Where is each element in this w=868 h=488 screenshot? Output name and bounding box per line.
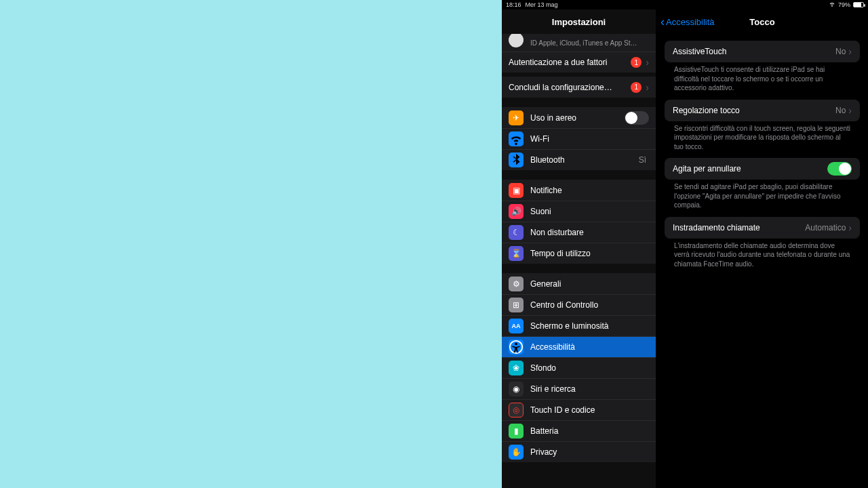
badge: 1 <box>631 57 642 68</box>
sidebar-item-general[interactable]: ⚙ Generali <box>502 273 656 294</box>
sidebar-item-siri[interactable]: ◉ Siri e ricerca <box>502 378 656 399</box>
sidebar-item-two-factor[interactable]: Autenticazione a due fattori 1 › <box>502 52 656 73</box>
settings-sidebar: Impostazioni ID Apple, iCloud, iTunes e … <box>502 9 656 488</box>
back-label: Accessibilità <box>666 17 715 27</box>
note-call-routing: L'instradamento delle chiamate audio det… <box>665 239 860 269</box>
gear-icon: ⚙ <box>509 277 524 291</box>
battery-pct: 79% <box>838 1 850 8</box>
wifi-icon <box>829 1 835 9</box>
chevron-right-icon: › <box>646 82 649 93</box>
back-button[interactable]: ‹ Accessibilità <box>660 9 715 34</box>
control-center-icon: ⊞ <box>509 298 524 312</box>
sidebar-item-control-center[interactable]: ⊞ Centro di Controllo <box>502 294 656 315</box>
badge: 1 <box>631 82 642 93</box>
sidebar-item-finish-setup[interactable]: Concludi la configurazione… 1 › <box>502 77 656 98</box>
sounds-icon: 🔊 <box>509 204 524 219</box>
sidebar-item-appleid[interactable]: ID Apple, iCloud, iTunes e App St… <box>502 34 656 52</box>
siri-icon: ◉ <box>509 382 524 396</box>
battery-icon: ▮ <box>509 424 524 439</box>
sidebar-item-bluetooth[interactable]: Bluetooth Sì <box>502 149 656 170</box>
note-assistive-touch: AssistiveTouch ti consente di utilizzare… <box>665 62 860 93</box>
chevron-left-icon: ‹ <box>660 16 665 28</box>
shake-to-undo-toggle[interactable] <box>827 162 852 176</box>
sidebar-item-dnd[interactable]: ☾ Non disturbare <box>502 222 656 243</box>
avatar <box>509 34 524 47</box>
sidebar-item-wifi[interactable]: Wi-Fi <box>502 128 656 149</box>
battery-icon <box>853 2 864 7</box>
bluetooth-icon <box>509 152 524 167</box>
detail-title: Tocco <box>749 17 774 27</box>
detail-pane: ‹ Accessibilità Tocco AssistiveTouch No … <box>656 9 868 488</box>
sidebar-item-touchid[interactable]: ◎ Touch ID e codice <box>502 399 656 420</box>
status-date: Mer 13 mag <box>526 1 558 8</box>
ipad-settings-window: 18:16 Mer 13 mag 79% Impostazioni ID App… <box>502 0 868 488</box>
sidebar-item-screentime[interactable]: ⌛ Tempo di utilizzo <box>502 243 656 264</box>
sidebar-item-accessibility[interactable]: Accessibilità <box>502 336 656 357</box>
note-touch-accommodations: Se riscontri difficoltà con il touch scr… <box>665 121 860 152</box>
sidebar-title: Impostazioni <box>502 9 656 34</box>
hourglass-icon: ⌛ <box>509 246 524 261</box>
chevron-right-icon: › <box>848 105 852 116</box>
sidebar-item-airplane[interactable]: ✈ Uso in aereo <box>502 107 656 128</box>
display-icon: AA <box>509 319 524 333</box>
svg-point-1 <box>515 343 517 346</box>
sidebar-item-sounds[interactable]: 🔊 Suoni <box>502 201 656 222</box>
status-time: 18:16 <box>506 1 521 8</box>
chevron-right-icon: › <box>848 46 852 57</box>
airplane-icon: ✈ <box>509 110 524 125</box>
wifi-icon <box>509 131 524 146</box>
row-assistive-touch[interactable]: AssistiveTouch No › <box>665 41 860 62</box>
appleid-subtitle: ID Apple, iCloud, iTunes e App St… <box>530 39 637 47</box>
hand-icon: ✋ <box>509 445 524 460</box>
wallpaper-icon: ❀ <box>509 361 524 375</box>
sidebar-item-battery[interactable]: ▮ Batteria <box>502 420 656 441</box>
airplane-toggle[interactable] <box>625 111 649 125</box>
row-call-routing[interactable]: Instradamento chiamate Automatico › <box>665 217 860 239</box>
sidebar-item-display[interactable]: AA Schermo e luminosità <box>502 315 656 336</box>
accessibility-icon <box>509 340 524 354</box>
status-bar: 18:16 Mer 13 mag 79% <box>502 0 868 9</box>
chevron-right-icon: › <box>848 222 852 233</box>
moon-icon: ☾ <box>509 225 524 240</box>
row-shake-to-undo[interactable]: Agita per annullare <box>665 158 860 180</box>
sidebar-item-notifications[interactable]: ▣ Notifiche <box>502 180 656 201</box>
chevron-right-icon: › <box>646 57 649 68</box>
row-touch-accommodations[interactable]: Regolazione tocco No › <box>665 100 860 121</box>
notifications-icon: ▣ <box>509 183 524 198</box>
sidebar-item-wallpaper[interactable]: ❀ Sfondo <box>502 357 656 378</box>
note-shake-to-undo: Se tendi ad agitare iPad per sbaglio, pu… <box>665 180 860 210</box>
sidebar-item-privacy[interactable]: ✋ Privacy <box>502 441 656 462</box>
detail-header: ‹ Accessibilità Tocco <box>656 9 868 34</box>
fingerprint-icon: ◎ <box>509 403 524 418</box>
